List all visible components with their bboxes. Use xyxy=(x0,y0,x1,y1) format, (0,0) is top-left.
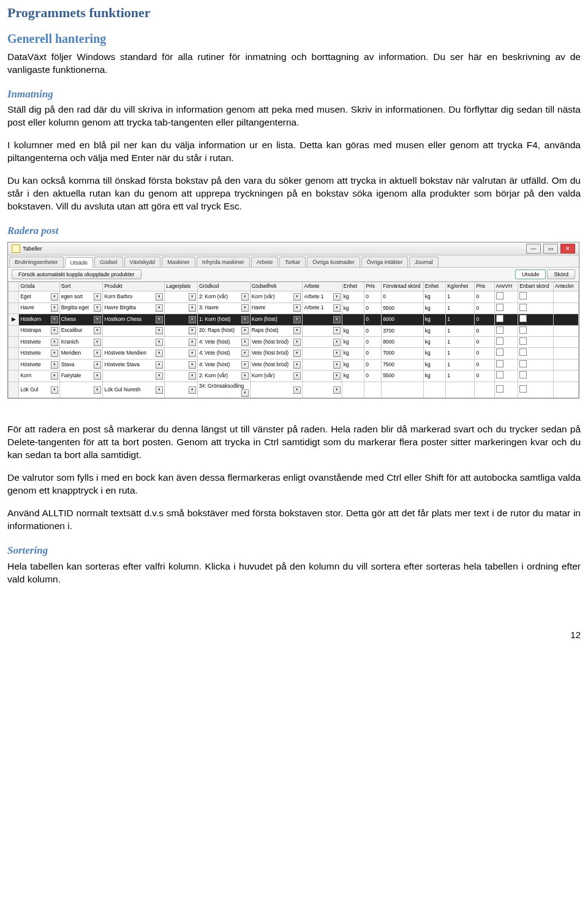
grid-cell[interactable] xyxy=(364,382,382,397)
grid-cell[interactable]: 0 xyxy=(364,371,382,382)
grid-cell[interactable]: ▾ xyxy=(303,348,342,359)
grid-cell[interactable]: 0 xyxy=(475,314,494,325)
main-tab-övriga-intäkter[interactable]: Övriga intäkter xyxy=(361,257,409,267)
grid-cell[interactable] xyxy=(554,292,579,303)
dropdown-arrow-icon[interactable]: ▾ xyxy=(293,361,301,369)
dropdown-arrow-icon[interactable]: ▾ xyxy=(293,372,301,380)
grid-cell[interactable]: 0 xyxy=(475,348,494,359)
grid-cell[interactable] xyxy=(554,314,579,325)
column-header[interactable]: Lagerplats xyxy=(165,282,198,292)
column-header[interactable]: Gröda xyxy=(19,282,60,292)
dropdown-arrow-icon[interactable]: ▾ xyxy=(156,339,163,346)
grid-cell[interactable]: 7000 xyxy=(382,348,424,359)
dropdown-arrow-icon[interactable]: ▾ xyxy=(333,316,341,323)
grid-cell[interactable]: Lök Gul▾ xyxy=(19,382,60,397)
grid-cell[interactable]: ▾ xyxy=(303,359,342,370)
grid-cell[interactable]: 4: Vete (höst)▾ xyxy=(197,337,250,348)
grid-cell[interactable]: ▾ xyxy=(303,314,342,325)
grid-cell[interactable]: 0 xyxy=(475,325,494,336)
row-selector[interactable] xyxy=(9,371,19,382)
grid-cell[interactable] xyxy=(494,382,518,397)
grid-cell[interactable]: ▾ xyxy=(165,348,198,359)
grid-cell[interactable]: kg xyxy=(423,314,445,325)
grid-cell[interactable]: ▾ xyxy=(165,303,198,314)
dropdown-arrow-icon[interactable]: ▾ xyxy=(241,372,249,380)
checkbox[interactable] xyxy=(519,292,527,299)
column-header[interactable]: Arbete xyxy=(303,282,342,292)
grid-cell[interactable]: Meridien▾ xyxy=(59,348,103,359)
grid-cell[interactable]: 4: Vete (höst)▾ xyxy=(197,348,250,359)
grid-cell[interactable]: Fairytale▾ xyxy=(59,371,103,382)
dropdown-arrow-icon[interactable]: ▾ xyxy=(94,327,101,334)
grid-cell[interactable]: 0 xyxy=(475,337,494,348)
dropdown-arrow-icon[interactable]: ▾ xyxy=(189,316,196,323)
dropdown-arrow-icon[interactable]: ▾ xyxy=(94,339,101,346)
dropdown-arrow-icon[interactable]: ▾ xyxy=(333,350,341,357)
column-header[interactable]: Sort xyxy=(59,282,103,292)
dropdown-arrow-icon[interactable]: ▾ xyxy=(241,327,249,334)
dropdown-arrow-icon[interactable]: ▾ xyxy=(51,350,58,357)
main-tab-arbete[interactable]: Arbete xyxy=(251,257,279,267)
dropdown-arrow-icon[interactable]: ▾ xyxy=(156,361,163,369)
main-tab-utsäde[interactable]: Utsäde xyxy=(65,257,94,268)
grid-cell[interactable]: ▾ xyxy=(165,371,198,382)
grid-cell[interactable]: 6000 xyxy=(382,314,424,325)
table-row[interactable]: Eget▾egen sort▾Korn Barbro▾▾2: Korn (vår… xyxy=(9,292,579,303)
grid-cell[interactable]: ▾ xyxy=(59,382,103,397)
row-selector[interactable]: ▶ xyxy=(9,314,19,325)
row-selector[interactable] xyxy=(9,292,19,303)
grid-cell[interactable]: Arbete 1▾ xyxy=(303,303,342,314)
grid-cell[interactable]: 5500 xyxy=(382,371,424,382)
grid-cell[interactable]: egen sort▾ xyxy=(59,292,103,303)
grid-cell[interactable]: 0 xyxy=(364,292,382,303)
grid-cell[interactable] xyxy=(518,382,554,397)
grid-cell[interactable] xyxy=(423,382,445,397)
grid-cell[interactable] xyxy=(518,348,554,359)
grid-cell[interactable]: 1 xyxy=(446,325,475,336)
grid-cell[interactable]: 1 xyxy=(446,371,475,382)
row-selector[interactable] xyxy=(9,348,19,359)
grid-cell[interactable]: 1 xyxy=(446,314,475,325)
grid-cell[interactable]: Korn (vår)▾ xyxy=(250,292,303,303)
column-header[interactable]: Pris xyxy=(364,282,382,292)
column-header[interactable]: Pris xyxy=(475,282,494,292)
grid-cell[interactable]: kg xyxy=(423,371,445,382)
column-header[interactable]: Förväntad skörd xyxy=(382,282,424,292)
minimize-button[interactable]: — xyxy=(526,244,541,254)
dropdown-arrow-icon[interactable]: ▾ xyxy=(293,293,301,301)
grid-cell[interactable]: 0 xyxy=(475,371,494,382)
grid-cell[interactable]: ▾ xyxy=(165,292,198,303)
grid-cell[interactable]: Vete (höst bröd)▾ xyxy=(250,348,303,359)
grid-cell[interactable]: Raps (höst)▾ xyxy=(250,325,303,336)
grid-cell[interactable]: ▾ xyxy=(303,382,342,397)
grid-cell[interactable]: Korn Barbro▾ xyxy=(103,292,165,303)
grid-cell[interactable]: kg xyxy=(423,292,445,303)
dropdown-arrow-icon[interactable]: ▾ xyxy=(94,361,101,369)
table-row[interactable]: Havre▾Birgitta eget▾Havre Birgitta▾▾3: H… xyxy=(9,303,579,314)
dropdown-arrow-icon[interactable]: ▾ xyxy=(293,316,301,323)
dropdown-arrow-icon[interactable]: ▾ xyxy=(293,304,301,312)
checkbox[interactable] xyxy=(496,371,503,378)
main-tab-gödsel[interactable]: Gödsel xyxy=(94,257,123,267)
grid-cell[interactable]: 0 xyxy=(364,359,382,370)
checkbox[interactable] xyxy=(519,315,527,322)
grid-cell[interactable]: kg xyxy=(423,337,445,348)
grid-cell[interactable]: kg xyxy=(342,371,364,382)
dropdown-arrow-icon[interactable]: ▾ xyxy=(189,350,196,357)
dropdown-arrow-icon[interactable]: ▾ xyxy=(156,386,163,394)
grid-cell[interactable] xyxy=(382,382,424,397)
grid-cell[interactable]: 0 xyxy=(364,348,382,359)
grid-cell[interactable]: ▾ xyxy=(250,382,303,397)
grid-cell[interactable]: 1 xyxy=(446,348,475,359)
dropdown-arrow-icon[interactable]: ▾ xyxy=(51,293,58,301)
column-header[interactable]: Enhet xyxy=(342,282,364,292)
grid-cell[interactable]: Vete (höst bröd)▾ xyxy=(250,359,303,370)
dropdown-arrow-icon[interactable]: ▾ xyxy=(189,386,196,394)
dropdown-arrow-icon[interactable]: ▾ xyxy=(333,386,341,394)
grid-cell[interactable] xyxy=(554,337,579,348)
grid-cell[interactable]: kg xyxy=(342,348,364,359)
checkbox[interactable] xyxy=(496,304,503,311)
grid-cell[interactable] xyxy=(554,325,579,336)
checkbox[interactable] xyxy=(496,385,503,393)
dropdown-arrow-icon[interactable]: ▾ xyxy=(189,304,196,312)
